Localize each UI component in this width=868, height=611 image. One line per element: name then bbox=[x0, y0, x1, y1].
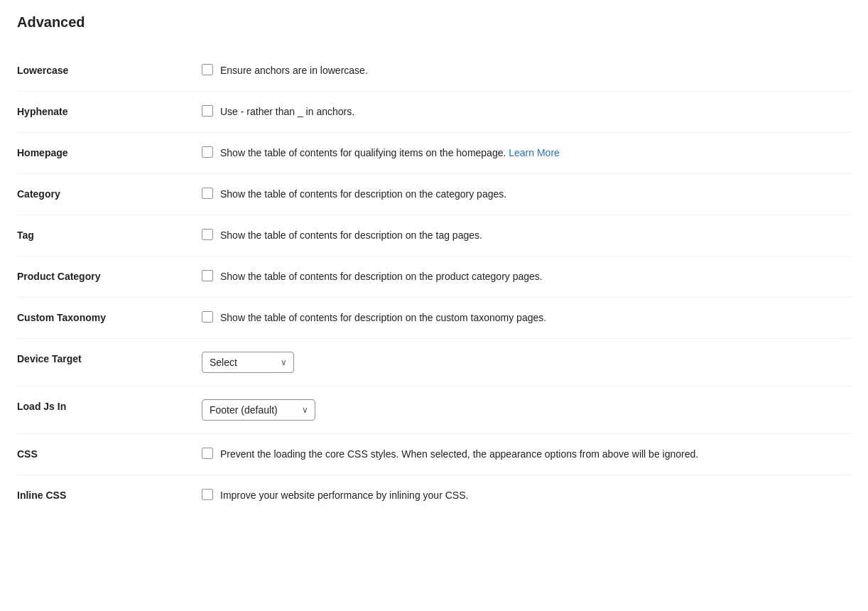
description-custom-taxonomy: Show the table of contents for descripti… bbox=[220, 310, 546, 325]
description-homepage: Show the table of contents for qualifyin… bbox=[220, 146, 560, 161]
settings-row-device-target: Device TargetSelectAllMobileDesktop∨ bbox=[17, 339, 851, 386]
control-homepage: Show the table of contents for qualifyin… bbox=[202, 146, 851, 161]
settings-row-custom-taxonomy: Custom TaxonomyShow the table of content… bbox=[17, 298, 851, 339]
checkbox-wrapper-css: Prevent the loading the core CSS styles.… bbox=[202, 447, 698, 462]
checkbox-wrapper-homepage: Show the table of contents for qualifyin… bbox=[202, 146, 560, 161]
checkbox-wrapper-category: Show the table of contents for descripti… bbox=[202, 187, 506, 202]
label-custom-taxonomy: Custom Taxonomy bbox=[17, 310, 202, 323]
control-product-category: Show the table of contents for descripti… bbox=[202, 269, 851, 284]
checkbox-wrapper-custom-taxonomy: Show the table of contents for descripti… bbox=[202, 310, 546, 325]
link-homepage[interactable]: Learn More bbox=[509, 147, 560, 158]
control-category: Show the table of contents for descripti… bbox=[202, 187, 851, 202]
control-custom-taxonomy: Show the table of contents for descripti… bbox=[202, 310, 851, 325]
settings-row-load-js-in: Load Js InFooter (default)Header∨ bbox=[17, 386, 851, 434]
description-inline-css: Improve your website performance by inli… bbox=[220, 488, 468, 503]
checkbox-category[interactable] bbox=[202, 188, 213, 199]
checkbox-wrapper-tag: Show the table of contents for descripti… bbox=[202, 228, 482, 243]
settings-row-hyphenate: HyphenateUse - rather than _ in anchors. bbox=[17, 92, 851, 133]
checkbox-wrapper-hyphenate: Use - rather than _ in anchors. bbox=[202, 104, 354, 119]
control-inline-css: Improve your website performance by inli… bbox=[202, 488, 851, 503]
label-load-js-in: Load Js In bbox=[17, 399, 202, 412]
control-hyphenate: Use - rather than _ in anchors. bbox=[202, 104, 851, 119]
label-inline-css: Inline CSS bbox=[17, 488, 202, 501]
checkbox-product-category[interactable] bbox=[202, 270, 213, 281]
settings-row-tag: TagShow the table of contents for descri… bbox=[17, 215, 851, 256]
checkbox-wrapper-lowercase: Ensure anchors are in lowercase. bbox=[202, 63, 368, 78]
label-tag: Tag bbox=[17, 228, 202, 241]
description-hyphenate: Use - rather than _ in anchors. bbox=[220, 104, 354, 119]
description-lowercase: Ensure anchors are in lowercase. bbox=[220, 63, 368, 78]
checkbox-inline-css[interactable] bbox=[202, 489, 213, 500]
label-lowercase: Lowercase bbox=[17, 63, 202, 76]
label-homepage: Homepage bbox=[17, 146, 202, 158]
label-css: CSS bbox=[17, 447, 202, 460]
select-load-js-in[interactable]: Footer (default)Header bbox=[202, 399, 315, 421]
description-product-category: Show the table of contents for descripti… bbox=[220, 269, 543, 284]
settings-row-category: CategoryShow the table of contents for d… bbox=[17, 174, 851, 215]
checkbox-css[interactable] bbox=[202, 448, 213, 459]
checkbox-hyphenate[interactable] bbox=[202, 105, 213, 117]
settings-container: LowercaseEnsure anchors are in lowercase… bbox=[17, 50, 851, 516]
label-device-target: Device Target bbox=[17, 352, 202, 364]
control-device-target: SelectAllMobileDesktop∨ bbox=[202, 352, 851, 373]
select-wrapper-load-js-in: Footer (default)Header∨ bbox=[202, 399, 315, 421]
settings-row-css: CSSPrevent the loading the core CSS styl… bbox=[17, 434, 851, 475]
label-hyphenate: Hyphenate bbox=[17, 104, 202, 117]
description-category: Show the table of contents for descripti… bbox=[220, 187, 506, 202]
control-css: Prevent the loading the core CSS styles.… bbox=[202, 447, 851, 462]
description-tag: Show the table of contents for descripti… bbox=[220, 228, 482, 243]
control-lowercase: Ensure anchors are in lowercase. bbox=[202, 63, 851, 78]
settings-row-homepage: HomepageShow the table of contents for q… bbox=[17, 133, 851, 174]
checkbox-wrapper-inline-css: Improve your website performance by inli… bbox=[202, 488, 468, 503]
checkbox-custom-taxonomy[interactable] bbox=[202, 311, 213, 323]
control-load-js-in: Footer (default)Header∨ bbox=[202, 399, 851, 421]
label-category: Category bbox=[17, 187, 202, 200]
select-wrapper-device-target: SelectAllMobileDesktop∨ bbox=[202, 352, 294, 373]
checkbox-lowercase[interactable] bbox=[202, 64, 213, 75]
select-device-target[interactable]: SelectAllMobileDesktop bbox=[202, 352, 294, 373]
checkbox-homepage[interactable] bbox=[202, 146, 213, 158]
checkbox-tag[interactable] bbox=[202, 229, 213, 240]
settings-row-lowercase: LowercaseEnsure anchors are in lowercase… bbox=[17, 50, 851, 92]
label-product-category: Product Category bbox=[17, 269, 202, 282]
control-tag: Show the table of contents for descripti… bbox=[202, 228, 851, 243]
page-title: Advanced bbox=[17, 14, 851, 31]
settings-row-product-category: Product CategoryShow the table of conten… bbox=[17, 256, 851, 298]
checkbox-wrapper-product-category: Show the table of contents for descripti… bbox=[202, 269, 543, 284]
settings-row-inline-css: Inline CSSImprove your website performan… bbox=[17, 475, 851, 516]
description-css: Prevent the loading the core CSS styles.… bbox=[220, 447, 698, 462]
